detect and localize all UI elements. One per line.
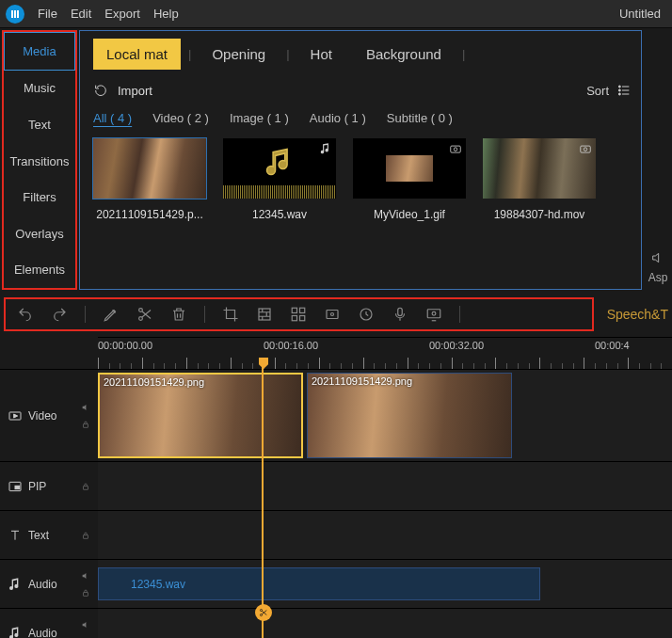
- filter-audio[interactable]: Audio ( 1 ): [310, 111, 366, 125]
- sort-button[interactable]: Sort: [586, 83, 632, 98]
- voiceover-icon[interactable]: [392, 306, 408, 323]
- pip-track: PIP: [0, 461, 672, 510]
- category-opening[interactable]: Opening: [199, 39, 279, 70]
- lock-icon[interactable]: [81, 588, 90, 598]
- category-hot[interactable]: Hot: [297, 39, 345, 70]
- media-item-label: MyVideo_1.gif: [353, 208, 466, 221]
- pip-track-icon: [8, 479, 23, 494]
- image-thumbnail: [93, 138, 206, 199]
- svg-rect-9: [451, 146, 461, 152]
- sort-label: Sort: [586, 84, 609, 98]
- speaker-icon[interactable]: [650, 250, 665, 265]
- media-panel: Local mat | Opening | Hot Background | I…: [79, 30, 642, 290]
- aspect-label[interactable]: Asp: [648, 271, 668, 284]
- menu-file[interactable]: File: [38, 7, 57, 21]
- lock-icon[interactable]: [81, 482, 90, 491]
- audio-track: Audio: [0, 608, 672, 638]
- sidebar-tab-text[interactable]: Text: [4, 106, 75, 143]
- svg-rect-0: [11, 10, 13, 18]
- audio-track-icon: [8, 626, 23, 639]
- svg-marker-30: [14, 414, 18, 418]
- split-icon[interactable]: [136, 306, 153, 323]
- import-label: Import: [118, 84, 152, 98]
- svg-rect-35: [84, 486, 88, 489]
- filter-all[interactable]: All ( 4 ): [93, 111, 132, 125]
- media-item[interactable]: 20211109151429.p...: [93, 138, 206, 221]
- svg-point-22: [331, 313, 334, 316]
- video-track-icon: [8, 408, 23, 423]
- sidebar-tab-transitions[interactable]: Transitions: [4, 143, 75, 180]
- video-clip[interactable]: 20211109151429.png: [307, 373, 512, 458]
- mosaic-icon[interactable]: [256, 306, 273, 323]
- time-mark: 00:00:32.00: [429, 340, 484, 351]
- filter-subtitle[interactable]: Subtitle ( 0 ): [387, 111, 453, 125]
- sidebar: Media Music Text Transitions Filters Ove…: [2, 30, 77, 290]
- media-item[interactable]: 12345.wav: [223, 138, 336, 221]
- list-icon: [616, 83, 632, 98]
- mute-icon[interactable]: [81, 403, 90, 412]
- sidebar-tab-media[interactable]: Media: [4, 32, 75, 71]
- record-screen-icon[interactable]: [425, 306, 442, 323]
- media-filters: All ( 4 ) Video ( 2 ) Image ( 1 ) Audio …: [93, 111, 632, 125]
- clip-label: 20211109151429.png: [104, 376, 204, 388]
- edit-icon[interactable]: [103, 306, 120, 323]
- time-mark: 00:00:16.00: [264, 340, 318, 351]
- right-edge-panel: Asp: [644, 28, 672, 292]
- gif-thumbnail: [386, 155, 433, 182]
- speech-text-label[interactable]: Speech&T: [607, 307, 668, 322]
- svg-point-26: [432, 311, 436, 315]
- mute-icon[interactable]: [81, 620, 90, 630]
- menu-edit[interactable]: Edit: [71, 7, 91, 21]
- media-thumbnails: 20211109151429.p... 12345.wav MyVideo_1: [93, 138, 632, 221]
- svg-rect-16: [259, 309, 270, 320]
- svg-point-10: [454, 148, 457, 152]
- time-ruler[interactable]: 00:00:00.00 00:00:16.00 00:00:32.00 00:0…: [98, 337, 672, 369]
- undo-icon[interactable]: [17, 306, 34, 323]
- svg-rect-20: [300, 316, 305, 321]
- clip-label: 12345.wav: [99, 578, 185, 591]
- media-item[interactable]: 19884307-hd.mov: [483, 138, 596, 221]
- redo-icon[interactable]: [51, 306, 68, 323]
- media-item-label: 20211109151429.p...: [93, 208, 206, 221]
- media-item[interactable]: MyVideo_1.gif: [353, 138, 466, 221]
- menu-help[interactable]: Help: [153, 7, 179, 21]
- svg-point-15: [139, 317, 143, 321]
- filter-image[interactable]: Image ( 1 ): [230, 111, 289, 125]
- grid-icon[interactable]: [290, 306, 307, 323]
- project-title: Untitled: [619, 7, 666, 21]
- svg-rect-18: [300, 308, 305, 312]
- menu-export[interactable]: Export: [104, 7, 140, 21]
- category-tabs: Local mat | Opening | Hot Background |: [93, 39, 632, 70]
- audio-clip[interactable]: 12345.wav: [98, 567, 540, 600]
- svg-rect-11: [581, 146, 591, 152]
- svg-point-12: [584, 148, 587, 152]
- svg-marker-31: [83, 405, 87, 410]
- video-clip[interactable]: 20211109151429.png: [98, 373, 303, 458]
- delete-icon[interactable]: [170, 306, 187, 323]
- sidebar-tab-overlays[interactable]: Overlays: [4, 215, 75, 252]
- duration-icon[interactable]: [358, 306, 375, 323]
- category-background[interactable]: Background: [353, 39, 455, 70]
- mute-icon[interactable]: [81, 571, 90, 581]
- clip-label: 20211109151429.png: [312, 375, 412, 387]
- lock-icon[interactable]: [81, 531, 90, 540]
- lock-icon[interactable]: [81, 420, 90, 429]
- svg-marker-37: [83, 573, 87, 579]
- crop-icon[interactable]: [222, 306, 239, 323]
- audio-track-icon: [8, 577, 23, 592]
- time-mark: 00:00:00.00: [98, 340, 152, 351]
- sidebar-tab-elements[interactable]: Elements: [4, 251, 75, 288]
- sidebar-tab-filters[interactable]: Filters: [4, 179, 75, 215]
- svg-rect-25: [427, 310, 440, 318]
- svg-rect-34: [15, 486, 20, 488]
- track-label: PIP: [28, 480, 46, 493]
- sidebar-tab-music[interactable]: Music: [4, 71, 75, 107]
- media-item-label: 19884307-hd.mov: [483, 208, 596, 221]
- audio-track: Audio 12345.wav: [0, 559, 672, 608]
- svg-rect-36: [84, 534, 88, 538]
- category-local[interactable]: Local mat: [93, 39, 181, 70]
- filter-video[interactable]: Video ( 2 ): [152, 111, 209, 125]
- track-label: Text: [28, 529, 49, 542]
- import-button[interactable]: Import: [93, 83, 152, 98]
- freeze-icon[interactable]: [324, 306, 341, 323]
